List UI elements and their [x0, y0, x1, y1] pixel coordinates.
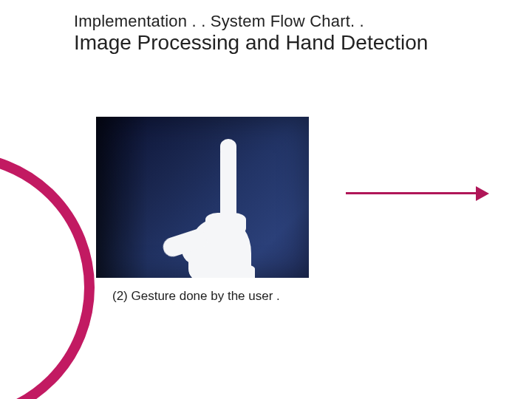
arrow-line	[346, 192, 477, 194]
hand-silhouette	[163, 139, 266, 278]
decorative-ring	[0, 151, 95, 399]
image-vignette	[96, 117, 148, 278]
figure-caption: (2) Gesture done by the user .	[112, 288, 334, 304]
gesture-image	[96, 117, 309, 278]
breadcrumb: Implementation . . System Flow Chart. .	[74, 12, 364, 31]
flow-arrow-right	[346, 186, 494, 201]
page-title: Image Processing and Hand Detection	[74, 31, 428, 55]
slide: Implementation . . System Flow Chart. . …	[0, 0, 532, 399]
arrow-head-icon	[476, 186, 489, 201]
